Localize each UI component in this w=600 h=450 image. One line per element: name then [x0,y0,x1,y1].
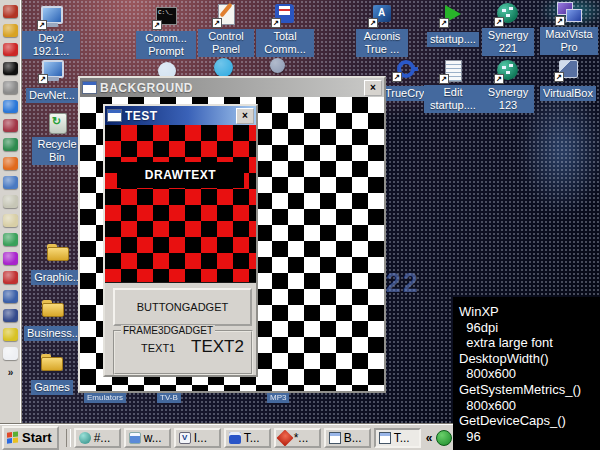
task-button-1[interactable]: #... [74,428,121,448]
task-button-5[interactable]: *... [274,428,321,448]
desktop-icon-label: DevNet... [26,88,78,103]
desktop-icon-label: Recycle Bin [32,137,82,165]
monitor-icon[interactable] [3,290,18,303]
background-close-button[interactable]: × [364,80,382,96]
sync-icon[interactable] [3,176,18,189]
flower-icon[interactable] [3,252,18,265]
desktop-icon-label: Graphic... [31,270,85,285]
figure-icon[interactable] [3,271,18,284]
acronis-true-image-icon: ↗ [368,2,396,28]
task-button-2[interactable]: w... [124,428,171,448]
test-window-title: TEST [125,109,233,123]
command-prompt-icon[interactable] [3,62,18,75]
mail-icon[interactable] [3,214,18,227]
task-button-4[interactable]: T... [224,428,271,448]
task-button-6[interactable]: B... [324,428,371,448]
desktop-icon-recycle-bin[interactable]: Recycle Bin [32,110,82,165]
desktop-icon-synergy-123[interactable]: ↗Synergy 123 [482,58,534,113]
desktop-icon-maxivista-pro[interactable]: ↗MaxiVista Pro [540,0,598,55]
start-button[interactable]: Start [2,426,59,450]
desktop-icon-devnet[interactable]: ↗DevNet... [24,58,80,103]
envelope-icon[interactable] [3,328,18,341]
desktop-icon-label: MaxiVista Pro [540,27,598,55]
shortcut-arrow-icon: ↗ [555,16,565,26]
red-app-icon [276,429,293,446]
desktop-icon-control-panel[interactable]: ↗Control Panel [198,2,254,57]
annotation-line: extra large font [459,335,600,351]
desktop-icon-acronis-true-image[interactable]: ↗Acronis True ... [356,2,408,57]
recycle-bin-icon [43,110,71,136]
camera-icon[interactable] [3,81,18,94]
annotation-line: 96dpi [459,320,600,336]
shortcut-arrow-icon: ↗ [439,18,449,28]
games-folder-icon [38,350,66,376]
form-window-icon [82,81,97,94]
task-button-7[interactable]: T... [374,428,421,448]
annotation-line: GetDeviceCaps_() [459,413,600,429]
test-close-button[interactable]: × [236,108,254,124]
truecrypt-icon: ↗ [392,56,420,82]
test-window-titlebar[interactable]: TEST × [105,106,256,125]
task-button-label: B... [344,431,362,445]
notes-icon[interactable] [3,195,18,208]
shortcut-arrow-icon: ↗ [494,74,504,84]
partial-desktop-label-emulators[interactable]: Emulators [84,392,126,403]
pen-icon[interactable] [3,309,18,322]
synergy-221-icon: ↗ [494,1,522,27]
desktop-icon-startup[interactable]: ↗startup.... [424,2,482,47]
desktop-icon-label: Business... [24,326,84,341]
partial-desktop-label-mp3[interactable]: MP3 [267,392,289,403]
firefox-icon[interactable] [3,157,18,170]
shortcut-arrow-icon: ↗ [392,72,402,82]
background-window-titlebar[interactable]: BACKGROUND × [80,78,384,97]
desktop-icon-label: Synergy 221 [482,28,534,56]
vnc-icon: V [179,432,191,444]
task-button-label: w... [144,431,162,445]
desktop-icon-virtualbox[interactable]: ↗VirtualBox [538,56,598,101]
buttongadget-button[interactable]: BUTTONGADGET [113,288,252,326]
chat-app-icon [79,432,91,444]
sidebar-more-chevron[interactable]: » [8,368,14,378]
skype-icon[interactable] [214,58,233,77]
netscape-icon[interactable] [3,119,18,132]
desktop-icon-synergy-221[interactable]: ↗Synergy 221 [482,1,534,56]
desktop-icon-business-folder[interactable]: Business... [24,296,82,341]
task-button-label: T... [244,431,260,445]
shortcut-arrow-icon: ↗ [439,74,449,84]
chat-icon[interactable] [3,233,18,246]
fox-icon[interactable] [3,43,18,56]
partial-desktop-label-tvb[interactable]: TV-B [157,392,181,403]
task-button-3[interactable]: VI... [174,428,221,448]
tray-chevron-icon[interactable]: « [426,431,433,445]
desktop-icon-label: Comm... Prompt [136,31,196,59]
quicktime-icon[interactable] [270,58,285,73]
desktop-icon-games-folder[interactable]: Games [26,350,78,395]
tray-green-app-icon[interactable] [436,430,452,446]
desktop-icon-edit-startup[interactable]: ↗Edit startup.... [424,58,482,113]
business-folder-icon [39,296,67,322]
desktop-icon-label: Dev2 192.1... [22,31,80,59]
desktop-icon-truecrypt[interactable]: ↗TrueCrypt [382,56,430,101]
system-tray: « [426,430,453,446]
text1-label: TEXT1 [141,342,175,354]
desktop-icon-dev2[interactable]: ↗Dev2 192.1... [22,4,80,59]
spreadsheet-icon[interactable] [3,138,18,151]
internet-explorer-icon[interactable] [3,100,18,113]
shortcut-arrow-icon: ↗ [152,20,162,30]
desktop-icon-comm-prompt[interactable]: ↗Comm... Prompt [136,4,196,59]
vnc-icon[interactable] [3,347,18,360]
desktop-icon-label: startup.... [427,32,479,47]
background-window-title: BACKGROUND [100,81,361,95]
annotation-line: 96 [459,429,600,445]
edit-startup-icon: ↗ [439,58,467,84]
start-button-label: Start [22,430,52,445]
task-button-label: *... [294,431,309,445]
tank-icon[interactable] [3,5,18,18]
floppy-icon [229,432,241,444]
shortcut-arrow-icon: ↗ [37,20,47,30]
test-client-area: DRAWTEXT BUTTONGADGET FRAME3DGADGET TEXT… [105,125,256,375]
frame3dgadget-legend: FRAME3DGADGET [121,325,215,336]
duck-icon[interactable] [3,24,18,37]
startup-icon: ↗ [439,2,467,28]
desktop-icon-total-commander[interactable]: ↗Total Comm... [256,2,314,57]
